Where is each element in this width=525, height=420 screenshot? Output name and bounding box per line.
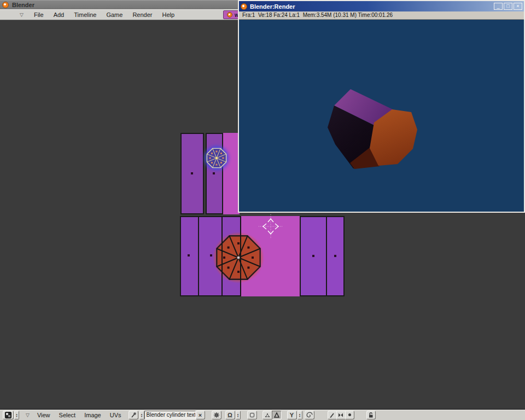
menu-image[interactable]: Image [80, 411, 106, 419]
stitch-stepper[interactable]: ▴▾ [298, 411, 302, 419]
uv-cap-selected-wheel [200, 142, 233, 174]
lock-button[interactable] [366, 411, 376, 419]
menu-game[interactable]: Game [101, 10, 127, 19]
uv-face-dot [312, 255, 314, 257]
uv-cap-wheel-on-texture [211, 230, 266, 285]
lock-icon [368, 412, 374, 418]
render-window-titlebar[interactable]: Blender:Render _ □ × [239, 1, 524, 11]
menu-render[interactable]: Render [127, 10, 157, 19]
blender-logo-icon [241, 3, 247, 10]
bowtie-icon [337, 412, 344, 418]
collapse-panel-icon[interactable]: ▽ [26, 412, 30, 418]
uv-face-dot [188, 254, 190, 256]
y-icon: Y [290, 412, 294, 418]
blender-logo-icon [2, 2, 9, 8]
spiral-icon [306, 412, 313, 418]
image-editor-icon [5, 412, 11, 418]
flower-button[interactable] [212, 411, 221, 419]
draw-paint-button[interactable] [328, 411, 337, 419]
blender-screen: Blender ▽ File Add Timeline Game Render … [0, 0, 525, 420]
render-result-window: Blender:Render _ □ × Fra:1 Ve:18 Fa:24 L… [238, 0, 525, 213]
uv-edge-line [240, 217, 241, 296]
menu-select[interactable]: Select [55, 411, 80, 419]
omega-icon: Ω [228, 412, 232, 418]
mirror-bowtie-button[interactable] [336, 411, 346, 419]
uv-2d-cursor [259, 214, 283, 238]
editor-type-stepper[interactable]: ▴▾ [14, 411, 19, 419]
solid-triangle-icon [273, 412, 280, 418]
render-result-image [239, 20, 524, 212]
scatter-triangle-icon [264, 412, 271, 418]
flower-icon [213, 412, 220, 418]
uv-editor-header-bar: ▴▾ ▽ View Select Image UVs ▴▾ Blender cy… [0, 409, 525, 420]
dot-select-button[interactable] [345, 411, 354, 419]
game-omega-button[interactable]: Ω [225, 411, 235, 419]
menu-help[interactable]: Help [157, 10, 179, 19]
render-window-title: Blender:Render [250, 3, 493, 10]
uv-face-select-button[interactable] [272, 411, 282, 419]
render-stats-bar: Fra:1 Ve:18 Fa:24 La:1 Mem:3.54M (10.31 … [239, 11, 524, 20]
menu-timeline[interactable]: Timeline [69, 10, 101, 19]
editor-type-button[interactable] [3, 411, 14, 419]
menu-view[interactable]: View [33, 411, 55, 419]
unlink-image-button[interactable]: × [196, 411, 205, 419]
image-name-field[interactable]: Blender cylinder text [144, 411, 196, 419]
maximize-button[interactable]: □ [504, 3, 512, 10]
omega-stepper[interactable]: ▴▾ [236, 411, 241, 419]
dot-icon [348, 413, 351, 416]
stitch-y-button[interactable]: Y [287, 411, 297, 419]
uv-face-dot [334, 255, 336, 257]
uv-vertex-select-button[interactable] [262, 411, 272, 419]
menu-uvs[interactable]: UVs [106, 411, 126, 419]
square-icon [250, 413, 254, 417]
pin-icon [130, 412, 137, 418]
collapse-panel-icon[interactable]: ▽ [20, 12, 24, 18]
menu-file[interactable]: File [29, 10, 49, 19]
minimize-button[interactable]: _ [494, 3, 503, 10]
pin-image-button[interactable] [129, 411, 138, 419]
uv-edge-line [221, 217, 223, 296]
rounded-square-button[interactable] [247, 411, 257, 419]
close-button[interactable]: × [514, 3, 522, 10]
proportional-edit-button[interactable] [305, 411, 314, 419]
main-window-title: Blender [12, 2, 34, 8]
uv-face-dot [191, 172, 193, 174]
image-browse-stepper[interactable]: ▴▾ [139, 411, 144, 419]
pencil-icon [329, 412, 335, 418]
blender-logo-icon [227, 12, 232, 18]
menu-add[interactable]: Add [49, 10, 69, 19]
